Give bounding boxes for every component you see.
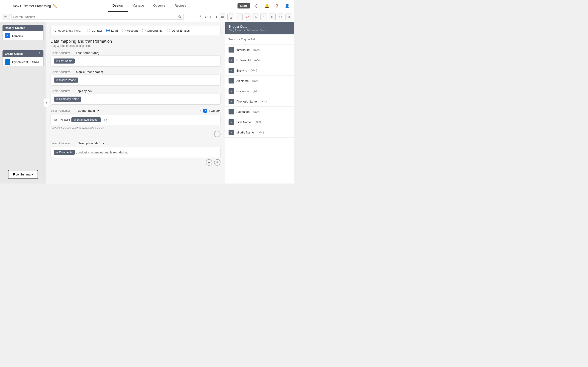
info-icon[interactable]: ℹ <box>260 14 267 20</box>
evaluate-checkbox[interactable]: ✓ <box>203 109 207 113</box>
settings-icon-2[interactable]: ⚙ <box>277 14 284 20</box>
trigger-field-type-6: (abc) <box>253 110 259 113</box>
user-avatar[interactable]: 👤 <box>284 3 290 9</box>
formula-suffix-budget: , 7 ) <box>102 118 107 122</box>
radio-circle-account <box>122 29 126 32</box>
attr-name-2: Mobile Phone *(abc) <box>76 70 103 74</box>
trigger-field-item[interactable]: N Entity Id (abc) <box>225 65 294 76</box>
plus-op[interactable]: + <box>187 15 191 19</box>
evaluate-label: Evaluate <box>209 109 221 113</box>
field-box-budget[interactable]: ROUNDUP( ⊞ Estimated Budget , 7 ) <box>51 114 221 125</box>
field-box-mobilephone[interactable]: ⊞ Mobile Phone <box>51 75 221 85</box>
radio-label-lead: Lead <box>111 29 118 32</box>
nav-right-actions: Draft ⬡ 🔔 ❓ 👤 <box>237 3 290 9</box>
radio-label-contact: Contact <box>92 29 102 32</box>
trigger-field-item[interactable]: N First Name (abc) <box>225 117 294 127</box>
divide-op[interactable]: / <box>204 15 207 19</box>
trigger-field-item[interactable]: N Phonetic Name (abc) <box>225 96 294 107</box>
attr-colon-3: : <box>220 89 221 93</box>
evaluate-row: ✓ Evaluate <box>203 109 221 113</box>
minus-op[interactable]: - <box>193 15 196 19</box>
export-icon[interactable]: ⬡ <box>254 3 260 9</box>
attr-dropdown-description: Description (abc) <box>76 141 105 146</box>
collapse-sidebar-button[interactable]: ‹ <box>44 99 49 107</box>
clock-icon[interactable]: ⏱ <box>236 14 242 20</box>
netsuite-label: Netsuite <box>12 34 23 37</box>
field-box-lastname[interactable]: ⊞ Last Name <box>51 56 221 67</box>
edit-icon[interactable]: ✏️ <box>53 4 57 8</box>
settings-icon-1[interactable]: ⚙ <box>269 14 276 20</box>
trigger-field-item[interactable]: N Salutation (abc) <box>225 107 294 117</box>
grid-icon[interactable]: ⊞ <box>219 14 226 20</box>
text-icon[interactable]: A <box>252 14 259 20</box>
trigger-field-icon-4: N <box>229 88 234 94</box>
trigger-field-name-0: Internal Id <box>236 48 250 52</box>
field-box-description[interactable]: ⊞ Comments , budget is estimated and is … <box>51 147 221 158</box>
back-button[interactable]: ← ← New Customer Processing ✏️ <box>4 4 57 8</box>
trigger-field-type-4: (T/F) <box>253 90 259 93</box>
radio-label-account: Account <box>127 29 138 32</box>
field-box-topic[interactable]: ⊞ Company Name <box>51 94 221 105</box>
tab-recipes[interactable]: Recipes <box>170 0 191 12</box>
left-sidebar: Record Created N Netsuite ⌄ Create Objec… <box>0 22 46 184</box>
description-attribute-select[interactable]: Description (abc) <box>76 141 105 146</box>
attr-colon-1: : <box>220 51 221 55</box>
trigger-search-input[interactable] <box>228 37 291 42</box>
tab-design[interactable]: Design <box>108 0 128 12</box>
search-function-input[interactable] <box>13 15 177 19</box>
record-created-header: Record Created <box>2 25 43 31</box>
budget-attribute-select[interactable]: Budget (abc) <box>76 108 100 113</box>
trigger-field-type-0: (abc) <box>253 48 259 51</box>
radio-label-other-entities: Other Entities <box>172 29 190 32</box>
trigger-field-icon-5: N <box>229 99 234 104</box>
netsuite-icon: N <box>5 33 10 38</box>
trigger-field-type-2: (abc) <box>251 69 257 72</box>
trigger-field-type-3: (abc) <box>252 79 258 82</box>
trigger-field-item[interactable]: N Internal Id (abc) <box>225 45 294 55</box>
radio-other-entities[interactable]: Other Entities <box>166 29 190 32</box>
trigger-field-type-7: (abc) <box>255 120 261 124</box>
field-tag-description: ⊞ Comments <box>54 150 75 155</box>
trigger-field-item[interactable]: N Middle Name (abc) <box>225 127 294 138</box>
multiply-op[interactable]: * <box>199 15 202 19</box>
chart-icon[interactable]: 📈 <box>244 14 251 20</box>
entity-type-label: Choose Entity Type: <box>54 29 81 32</box>
remove-description-row-button[interactable]: − <box>206 159 212 166</box>
close-paren-op[interactable]: ) <box>215 15 218 19</box>
mapping-row-lastname: Select Attributes Last Name *(abc) : ⊞ L… <box>51 51 221 67</box>
top-navigation: ← ← New Customer Processing ✏️ Design Ma… <box>0 0 294 12</box>
radio-contact[interactable]: Contact <box>86 29 102 32</box>
mapping-row-topic: Select Attributes Topic *(abc) : ⊞ Compa… <box>51 89 221 105</box>
tab-observe[interactable]: Observe <box>149 0 170 12</box>
radio-opportunity[interactable]: Opportunity <box>142 29 162 32</box>
fx-button[interactable]: f× <box>2 14 10 20</box>
help-icon[interactable]: ❓ <box>274 3 280 9</box>
tab-manage[interactable]: Manage <box>128 0 149 12</box>
triangle-icon[interactable]: △ <box>227 14 234 20</box>
bell-icon[interactable]: 🔔 <box>264 3 270 9</box>
field-tag-label-topic: Company Name <box>59 98 79 101</box>
attr-colon-5: : <box>220 142 221 145</box>
create-object-card: Create Object ⋮ D Dynamics 365 CRM <box>2 50 44 67</box>
radio-lead[interactable]: Lead <box>106 29 118 32</box>
three-dots-menu[interactable]: ⋮ <box>37 52 41 56</box>
radio-circle-lead <box>106 29 110 32</box>
add-row-button[interactable]: + <box>214 159 221 166</box>
flow-summary-button[interactable]: Flow Summary <box>8 170 38 179</box>
formula-bar: f× 🔍 + - * / ( ) ⊞ △ ⏱ 📈 A ℹ ⚙ ⚙ ⚙ <box>0 12 294 22</box>
trigger-field-item[interactable]: N Alt Name (abc) <box>225 76 294 86</box>
settings-icon-3[interactable]: ⚙ <box>285 14 292 20</box>
record-created-body: N Netsuite <box>2 31 43 40</box>
remove-budget-row-button[interactable]: − <box>214 131 221 137</box>
create-object-label: Create Object <box>5 52 23 56</box>
trigger-field-item[interactable]: N External Id (abc) <box>225 55 294 65</box>
radio-account[interactable]: Account <box>122 29 138 32</box>
trigger-field-icon-7: N <box>229 119 234 125</box>
trigger-field-item[interactable]: N Is Person (T/F) <box>225 86 294 96</box>
open-paren-op[interactable]: ( <box>209 15 212 19</box>
trigger-field-name-6: Salutation <box>236 110 250 114</box>
trigger-field-type-8: (abc) <box>258 131 264 134</box>
field-tag-label-budget: Estimated Budget <box>77 118 98 121</box>
trigger-field-name-5: Phonetic Name <box>236 100 257 103</box>
formula-toolbar-icons: ⊞ △ ⏱ 📈 A ℹ ⚙ ⚙ ⚙ <box>219 14 292 20</box>
